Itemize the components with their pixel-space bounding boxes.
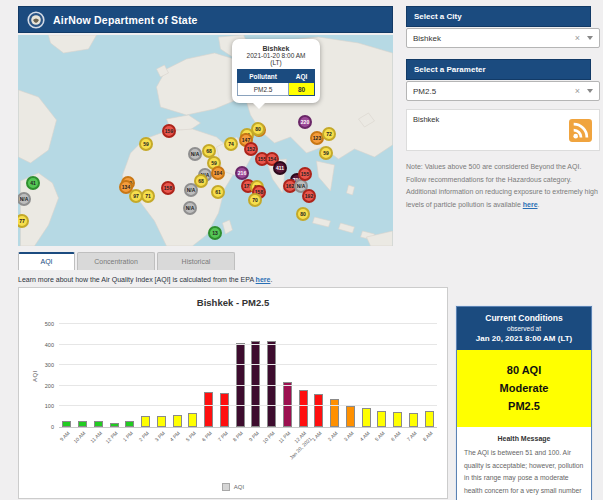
bar-slot: 1 AM xyxy=(311,324,327,427)
city-select-value: Bishkek xyxy=(413,34,575,43)
aqi-bar xyxy=(330,399,339,427)
map-marker[interactable]: 41 xyxy=(26,176,40,190)
bar-slot: 5 PM xyxy=(185,324,201,427)
bar-slot: 3 PM xyxy=(154,324,170,427)
aqi-bar xyxy=(393,412,402,427)
map-marker[interactable]: N/A xyxy=(188,147,202,161)
aqi-bar xyxy=(157,416,166,427)
x-axis-tick: 3 AM xyxy=(342,430,355,443)
tab-historical[interactable]: Historical xyxy=(157,252,235,270)
aqi-bar xyxy=(220,393,229,427)
map-marker[interactable]: 159 xyxy=(162,124,176,138)
chevron-down-icon[interactable] xyxy=(587,89,593,93)
y-axis-tick: 100 xyxy=(45,403,54,409)
bar-slot: 8 PM xyxy=(232,324,248,427)
city-select[interactable]: Bishkek × xyxy=(406,28,600,48)
aqi-bar xyxy=(188,413,197,427)
app-header: AirNow Department of State xyxy=(18,6,393,33)
current-aqi-value: 80 AQI xyxy=(461,362,587,380)
gridline xyxy=(59,385,437,386)
aqi-bar xyxy=(125,421,134,427)
y-axis-tick: 300 xyxy=(45,362,54,368)
aqi-bar xyxy=(346,406,355,427)
bar-slot: 10 AM xyxy=(75,324,91,427)
map-marker[interactable]: 80 xyxy=(251,122,265,136)
world-map-landmasses xyxy=(18,35,393,246)
map-marker[interactable]: N/A xyxy=(183,201,197,215)
rss-icon[interactable] xyxy=(569,119,592,142)
bar-slot: 11 PM xyxy=(280,324,296,427)
y-axis-tick: 0 xyxy=(51,424,54,430)
map-marker[interactable]: 192 xyxy=(302,189,316,203)
x-axis-tick: 9 AM xyxy=(59,430,72,443)
bar-slot: 11 AM xyxy=(91,324,107,427)
aqi-bar xyxy=(94,421,103,427)
main-column: AirNow Department of State xyxy=(18,6,448,499)
x-axis-tick: 5 AM xyxy=(374,430,387,443)
chevron-down-icon[interactable] xyxy=(587,36,593,40)
aqi-chart: Bishkek - PM2.5 AQI 9 AM10 AM11 AM12 PM1… xyxy=(18,287,448,499)
map-marker[interactable]: 72 xyxy=(322,127,336,141)
map-marker[interactable]: 59 xyxy=(319,146,333,160)
x-axis-tick: 9 PM xyxy=(248,430,262,444)
aqi-bar xyxy=(141,416,150,427)
y-axis-tick: 500 xyxy=(45,321,54,327)
observed-datetime: Jan 20, 2021 8:00 AM (LT) xyxy=(460,334,588,343)
tab-aqi[interactable]: AQI xyxy=(18,252,75,270)
map-marker[interactable]: 155 xyxy=(298,167,312,181)
map-marker[interactable]: 104 xyxy=(211,166,225,180)
x-axis-date-label: Jan 20, 2021 xyxy=(288,435,314,461)
x-axis-tick: 2 PM xyxy=(137,430,151,444)
map-marker[interactable]: N/A xyxy=(184,183,198,197)
world-aqi-map[interactable]: 15959N/A6859N/A10468N/A61N/A131581751349… xyxy=(18,35,393,246)
x-axis-tick: 2 AM xyxy=(327,430,340,443)
map-popup: Bishkek 2021-01-20 8:00 AM (LT) Pollutan… xyxy=(232,39,320,103)
rss-city-label: Bishkek xyxy=(413,115,439,124)
parameter-clear-icon[interactable]: × xyxy=(575,86,580,96)
x-axis-tick: 5 PM xyxy=(185,430,199,444)
x-axis-tick: 1 PM xyxy=(122,430,136,444)
gridline xyxy=(59,405,437,406)
beyond-aqi-note: Note: Values above 500 are considered Be… xyxy=(406,161,600,211)
bar-slot: 1 PM xyxy=(122,324,138,427)
city-clear-icon[interactable]: × xyxy=(575,33,580,43)
note-here-link[interactable]: here xyxy=(523,201,538,208)
current-aqi-category: Moderate xyxy=(461,380,587,398)
map-marker[interactable]: 74 xyxy=(224,137,238,151)
map-marker[interactable]: 216 xyxy=(235,166,249,180)
map-marker[interactable]: 80 xyxy=(296,207,310,221)
parameter-select[interactable]: PM2.5 × xyxy=(406,81,600,101)
x-axis-tick: 11 AM xyxy=(89,430,104,445)
bar-slot: 4 PM xyxy=(169,324,185,427)
popup-col-aqi: AQI xyxy=(289,70,315,83)
map-marker[interactable]: 411 xyxy=(273,161,287,175)
map-marker[interactable]: 59 xyxy=(139,137,153,151)
bar-slot: 10 PM xyxy=(264,324,280,427)
aqi-bar xyxy=(362,408,371,427)
map-marker[interactable]: 61 xyxy=(211,185,225,199)
dos-seal-icon xyxy=(27,11,45,29)
tab-concentration[interactable]: Concentration xyxy=(77,252,155,270)
x-axis-tick: 7 PM xyxy=(216,430,230,444)
bar-slot: 6 AM xyxy=(390,324,406,427)
aqi-bar xyxy=(62,421,71,427)
x-axis-tick: 3 PM xyxy=(153,430,167,444)
map-marker[interactable]: 13 xyxy=(208,226,222,240)
aqi-bar xyxy=(299,390,308,427)
x-axis-tick: 6 PM xyxy=(200,430,214,444)
sidebar: Select a City Bishkek × Select a Paramet… xyxy=(406,6,600,500)
map-marker[interactable]: 158 xyxy=(161,181,175,195)
bar-slot: 5 AM xyxy=(374,324,390,427)
epa-here-link[interactable]: here xyxy=(256,276,271,283)
aqi-bar xyxy=(204,392,213,427)
popup-col-pollutant: Pollutant xyxy=(238,70,289,83)
map-marker[interactable]: 71 xyxy=(141,189,155,203)
y-axis-tick: 200 xyxy=(45,383,54,389)
y-axis-tick: 400 xyxy=(45,342,54,348)
health-message-title: Health Message xyxy=(464,435,584,442)
map-marker[interactable]: 70 xyxy=(248,193,262,207)
map-marker[interactable]: 220 xyxy=(298,115,312,129)
legend-label: AQI xyxy=(234,484,244,490)
popup-timezone: (LT) xyxy=(237,59,315,66)
x-axis-tick: 4 AM xyxy=(358,430,371,443)
